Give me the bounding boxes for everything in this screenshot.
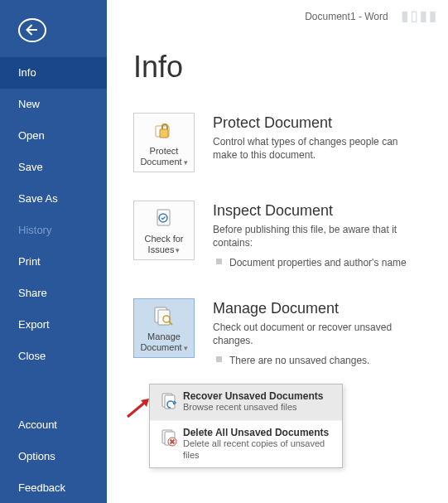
sidebar-item-history: History xyxy=(0,215,107,246)
sidebar-item-save[interactable]: Save xyxy=(0,152,107,183)
section-inspect: Check for Issues▾ Inspect Document Befor… xyxy=(133,201,431,270)
nav-footer: Account Options Feedback xyxy=(0,409,107,503)
recover-title: Recover Unsaved Documents xyxy=(183,390,335,402)
sidebar-item-export[interactable]: Export xyxy=(0,309,107,341)
sidebar-item-account[interactable]: Account xyxy=(0,409,107,440)
recover-desc: Browse recent unsaved files xyxy=(183,402,335,414)
section-manage: Manage Document▾ Manage Document Check o… xyxy=(133,298,431,368)
protect-heading: Protect Document xyxy=(213,114,420,132)
lock-icon xyxy=(153,118,175,143)
inspect-bullet: Document properties and author's name xyxy=(213,256,420,269)
nav-main: Info New Open Save Save As History Print… xyxy=(0,57,107,372)
section-protect: Protect Document▾ Protect Document Contr… xyxy=(133,113,431,172)
inspect-icon xyxy=(153,206,175,230)
window-title: Document1 - Word xyxy=(305,11,388,22)
inspect-heading: Inspect Document xyxy=(213,202,420,220)
protect-document-tile[interactable]: Protect Document▾ xyxy=(133,113,195,172)
manage-document-tile[interactable]: Manage Document▾ xyxy=(133,298,195,358)
svg-rect-1 xyxy=(160,129,168,138)
file-sidebar: Info New Open Save Save As History Print… xyxy=(0,0,107,503)
recover-icon xyxy=(157,390,183,414)
recover-unsaved-documents-item[interactable]: Recover Unsaved Documents Browse recent … xyxy=(150,385,342,420)
delete-title: Delete All Unsaved Documents xyxy=(183,427,335,438)
back-arrow-icon xyxy=(26,23,39,36)
sidebar-item-options[interactable]: Options xyxy=(0,440,107,472)
window-title-bar: Document1 - Word ▮▯▮▮ xyxy=(305,5,436,26)
manage-desc: Check out document or recover unsaved ch… xyxy=(213,321,420,347)
manage-bullet: There are no unsaved changes. xyxy=(213,354,420,367)
sidebar-item-close[interactable]: Close xyxy=(0,341,107,372)
sidebar-item-print[interactable]: Print xyxy=(0,246,107,278)
check-for-issues-tile[interactable]: Check for Issues▾ xyxy=(133,201,195,260)
manage-doc-icon xyxy=(152,303,176,328)
sidebar-item-share[interactable]: Share xyxy=(0,278,107,309)
sidebar-item-info[interactable]: Info xyxy=(0,57,107,89)
manage-document-dropdown: Recover Unsaved Documents Browse recent … xyxy=(149,384,343,468)
delete-icon xyxy=(157,427,183,462)
sidebar-item-save-as[interactable]: Save As xyxy=(0,183,107,215)
inspect-desc: Before publishing this file, be aware th… xyxy=(213,223,420,249)
delete-desc: Delete all recent copies of unsaved file… xyxy=(183,438,335,462)
sidebar-item-new[interactable]: New xyxy=(0,89,107,120)
window-decoration-icon: ▮▯▮▮ xyxy=(399,5,436,26)
protect-desc: Control what types of changes people can… xyxy=(213,135,420,162)
delete-all-unsaved-documents-item[interactable]: Delete All Unsaved Documents Delete all … xyxy=(150,420,342,468)
sidebar-item-open[interactable]: Open xyxy=(0,120,107,152)
manage-heading: Manage Document xyxy=(213,300,420,317)
sidebar-item-feedback[interactable]: Feedback xyxy=(0,472,107,503)
back-button[interactable] xyxy=(18,18,46,42)
page-title: Info xyxy=(133,50,431,85)
